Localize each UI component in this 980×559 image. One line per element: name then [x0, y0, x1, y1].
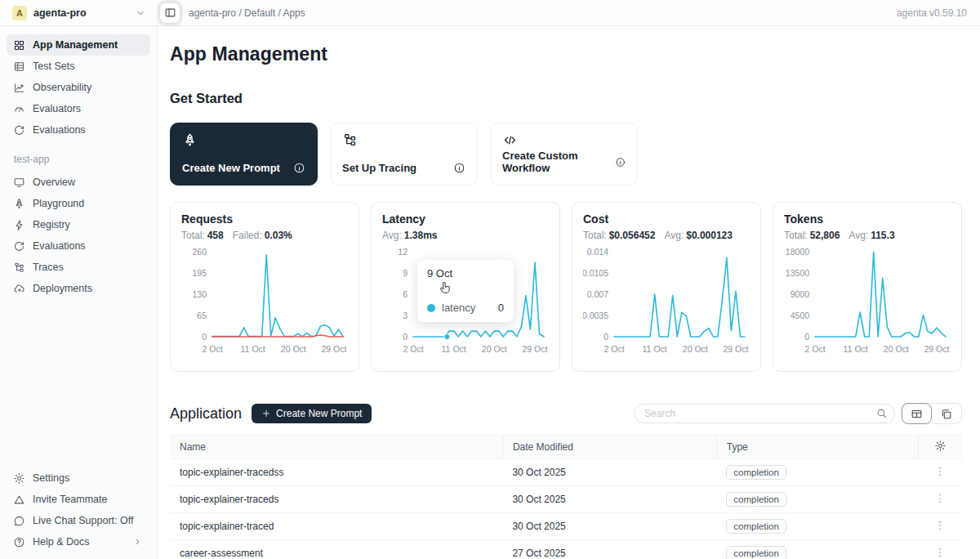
- sidebar-collapse-button[interactable]: [159, 2, 180, 24]
- svg-text:0.0105: 0.0105: [583, 268, 608, 278]
- sidebar-item-app-management[interactable]: App Management: [7, 34, 150, 56]
- chart-title: Cost: [583, 212, 750, 226]
- info-icon[interactable]: [293, 162, 305, 174]
- chart-card-cost: CostTotal:$0.056452Avg:$0.0001230.0140.0…: [572, 202, 761, 372]
- workspace-selector[interactable]: A agenta-pro: [0, 6, 158, 20]
- svg-text:0: 0: [403, 332, 408, 342]
- table-row[interactable]: career-assessment27 Oct 2025completion: [170, 540, 962, 559]
- sidebar-item-invite-teammate[interactable]: Invite Teammate: [7, 489, 150, 510]
- svg-text:9000: 9000: [791, 289, 810, 299]
- get-started-card-create-custom-workflow[interactable]: Create Custom Workflow: [490, 123, 638, 186]
- svg-text:18000: 18000: [786, 247, 809, 257]
- app-name-cell: topic-explainer-traceds: [170, 486, 502, 513]
- svg-text:20 Oct: 20 Oct: [482, 344, 507, 354]
- svg-text:0.014: 0.014: [587, 247, 608, 257]
- sidebar-item-overview[interactable]: Overview: [7, 172, 150, 193]
- card-view-icon: [940, 408, 952, 420]
- metrics-charts: RequestsTotal:458Failed:0.03%26019513065…: [170, 202, 962, 372]
- sidebar-item-evaluations[interactable]: Evaluations: [7, 119, 150, 141]
- chart-tooltip: 9 Octlatency0: [417, 260, 514, 322]
- get-started-cards: Create New PromptSet Up TracingCreate Cu…: [170, 123, 962, 186]
- chart-title: Tokens: [784, 212, 951, 226]
- column-header-date-modified: Date Modified: [502, 436, 716, 459]
- chart-card-requests: RequestsTotal:458Failed:0.03%26019513065…: [170, 202, 359, 372]
- svg-text:20 Oct: 20 Oct: [884, 344, 909, 354]
- app-name-cell: topic-explainer-traced: [170, 513, 502, 540]
- sidebar-item-evaluators[interactable]: Evaluators: [7, 98, 150, 119]
- chart-card-latency: LatencyAvg:1.38ms1296302 Oct11 Oct20 Oct…: [371, 202, 560, 372]
- tree-structure-icon: [13, 262, 25, 274]
- sidebar-main-nav: App ManagementTest SetsObservabilityEval…: [7, 34, 150, 141]
- get-started-title: Get Started: [170, 91, 962, 106]
- table-settings-gear-icon[interactable]: [934, 440, 947, 452]
- chart-title: Latency: [382, 212, 549, 226]
- column-header-type: Type: [716, 436, 918, 459]
- svg-text:6: 6: [403, 289, 408, 299]
- breadcrumb[interactable]: agenta-pro / Default / Apps: [189, 7, 305, 19]
- sidebar-item-evaluations[interactable]: Evaluations: [7, 235, 150, 257]
- sidebar-item-settings[interactable]: Settings: [7, 467, 150, 489]
- type-badge: completion: [726, 492, 786, 507]
- get-started-card-create-new-prompt[interactable]: Create New Prompt: [170, 123, 318, 186]
- table-row[interactable]: topic-explainer-traceds30 Oct 2025comple…: [170, 486, 962, 513]
- legend-dot: [427, 304, 435, 312]
- question-icon: [13, 536, 25, 548]
- cursor-hand-icon: [437, 280, 453, 297]
- row-menu-icon[interactable]: [933, 546, 947, 559]
- sidebar-item-live-chat-support-off[interactable]: Live Chat Support: Off: [7, 510, 150, 531]
- card-view-button[interactable]: [931, 404, 961, 423]
- sidebar-item-test-sets[interactable]: Test Sets: [7, 56, 150, 77]
- main-content: App Management Get Started Create New Pr…: [158, 26, 980, 559]
- svg-text:29 Oct: 29 Oct: [723, 344, 748, 354]
- sidebar-item-observability[interactable]: Observability: [7, 77, 150, 98]
- svg-text:11 Oct: 11 Oct: [442, 344, 466, 354]
- row-menu-icon[interactable]: [933, 492, 947, 505]
- panel-left-icon: [164, 7, 176, 19]
- sidebar-item-registry[interactable]: Registry: [7, 214, 150, 235]
- app-name-cell: topic-explainer-tracedss: [170, 459, 502, 486]
- search-input[interactable]: [634, 404, 895, 423]
- sidebar-item-playground[interactable]: Playground: [7, 193, 150, 214]
- chevron-down-icon: [135, 7, 146, 19]
- table-view-button[interactable]: [902, 403, 932, 424]
- sidebar-project-label: test-app: [14, 154, 150, 165]
- svg-text:20 Oct: 20 Oct: [683, 344, 708, 354]
- svg-text:11 Oct: 11 Oct: [241, 344, 265, 354]
- row-menu-icon[interactable]: [933, 519, 947, 532]
- table-view-icon: [911, 408, 923, 420]
- app-name-cell: career-assessment: [170, 540, 502, 559]
- search-icon[interactable]: [875, 407, 888, 419]
- sidebar-footer-nav: SettingsInvite TeammateLive Chat Support…: [7, 467, 150, 552]
- svg-text:9: 9: [403, 268, 408, 278]
- create-new-prompt-button[interactable]: Create New Prompt: [252, 404, 372, 423]
- svg-text:130: 130: [192, 289, 207, 299]
- rocket-icon: [13, 198, 25, 210]
- chart-stats: Total:458Failed:0.03%: [181, 230, 348, 241]
- get-started-card-set-up-tracing[interactable]: Set Up Tracing: [330, 123, 478, 186]
- rocket-icon: [182, 132, 198, 148]
- chevron-right-icon: [131, 537, 144, 547]
- plus-icon: [261, 409, 271, 418]
- application-title: Application: [170, 405, 242, 423]
- row-menu-icon[interactable]: [933, 465, 947, 478]
- table-row[interactable]: topic-explainer-tracedss30 Oct 2025compl…: [170, 459, 962, 486]
- app-version: agenta v0.59.10: [897, 7, 980, 19]
- svg-text:0: 0: [804, 332, 809, 342]
- svg-text:29 Oct: 29 Oct: [522, 344, 547, 354]
- svg-text:195: 195: [192, 268, 207, 278]
- gear-icon: [13, 472, 25, 485]
- svg-text:0: 0: [604, 332, 608, 342]
- info-icon[interactable]: [615, 156, 626, 168]
- lightning-icon: [13, 219, 25, 231]
- sidebar-item-help-docs[interactable]: Help & Docs: [7, 531, 150, 552]
- table-row[interactable]: topic-explainer-traced30 Oct 2025complet…: [170, 513, 962, 540]
- svg-text:4500: 4500: [791, 311, 810, 320]
- svg-text:29 Oct: 29 Oct: [321, 344, 346, 354]
- svg-text:260: 260: [192, 247, 207, 257]
- info-icon[interactable]: [453, 162, 466, 174]
- workspace-avatar: A: [12, 6, 27, 20]
- sidebar-item-traces[interactable]: Traces: [7, 257, 150, 278]
- sidebar-item-deployments[interactable]: Deployments: [7, 278, 150, 299]
- svg-text:65: 65: [197, 311, 207, 320]
- tree-structure-icon: [342, 132, 358, 148]
